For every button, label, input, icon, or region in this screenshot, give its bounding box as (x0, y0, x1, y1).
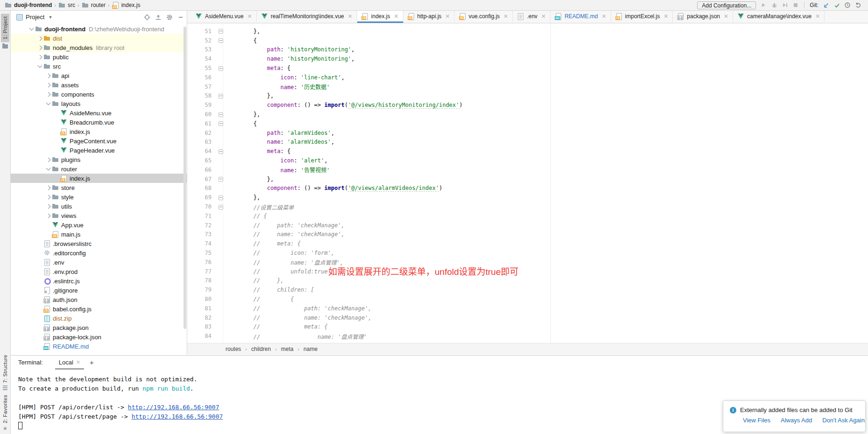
code-line-80[interactable]: 80 // { (187, 294, 868, 304)
close-icon[interactable]: ✕ (541, 13, 546, 20)
editor-breadcrumb-item[interactable]: name (303, 346, 318, 352)
tree-item-assets[interactable]: assets (11, 80, 187, 90)
fold-gutter[interactable] (215, 65, 226, 71)
chevron-expanded-icon[interactable] (29, 26, 34, 31)
code-line-54[interactable]: 54 name: 'historyMonitoring', (187, 54, 868, 63)
fold-marker-icon[interactable] (219, 94, 223, 98)
tree-item-utils[interactable]: utils (11, 202, 187, 211)
editor-breadcrumb-item[interactable]: children (251, 346, 271, 352)
tree-item-views[interactable]: views (11, 211, 187, 220)
editor-breadcrumb-item[interactable]: meta (281, 346, 294, 352)
chevron-collapsed-icon[interactable] (46, 73, 50, 78)
fold-marker-icon[interactable] (219, 112, 223, 117)
close-icon[interactable]: ✕ (445, 13, 450, 20)
terminal-link[interactable]: http://192.168.66.56:9007 (132, 413, 223, 420)
code-line-58[interactable]: 58 }, (187, 91, 868, 101)
code-line-78[interactable]: 78 // }, (187, 276, 868, 286)
git-update-icon[interactable] (823, 2, 829, 8)
chevron-collapsed-icon[interactable] (46, 204, 50, 209)
code-line-64[interactable]: 64 meta: { (187, 147, 868, 156)
tree-item-package.json[interactable]: {..}package.json (11, 323, 187, 332)
tree-item-store[interactable]: store (11, 183, 187, 192)
tree-item-public[interactable]: public (11, 52, 187, 62)
fold-marker-icon[interactable] (219, 177, 223, 182)
tree-item-nodemodules[interactable]: node_moduleslibrary root (11, 43, 187, 52)
close-icon[interactable]: ✕ (724, 13, 728, 20)
code-line-82[interactable]: 82 // name: 'checkManage', (187, 313, 868, 322)
fold-gutter[interactable] (215, 28, 226, 35)
settings-gear-icon[interactable] (166, 14, 173, 21)
code-line-62[interactable]: 62 path: 'alarmVideos', (187, 128, 868, 138)
debug-icon[interactable] (771, 2, 777, 8)
code-line-60[interactable]: 60 }, (187, 110, 868, 119)
history-icon[interactable] (844, 2, 851, 8)
fold-gutter[interactable] (215, 194, 226, 201)
tree-item-api[interactable]: api (11, 71, 187, 80)
rollback-icon[interactable] (855, 2, 861, 8)
tree-item-dist.zip[interactable]: dist.zip (11, 314, 187, 323)
tree-item-package-lock.json[interactable]: {..}package-lock.json (11, 332, 187, 342)
chevron-collapsed-icon[interactable] (46, 83, 50, 87)
code-line-75[interactable]: 75 // icon: 'form', (187, 248, 868, 258)
tree-item-plugins[interactable]: plugins (11, 155, 187, 164)
chevron-collapsed-icon[interactable] (46, 213, 50, 218)
fold-gutter[interactable] (215, 120, 226, 127)
editor-tab-readme.md[interactable]: MDREADME.md✕ (550, 11, 611, 23)
tree-item-babel.config.js[interactable]: JSbabel.config.js (11, 304, 187, 314)
terminal-tab-local[interactable]: Local ✕ (55, 356, 84, 370)
code-line-79[interactable]: 79 // children: [ (187, 285, 868, 294)
fold-marker-icon[interactable] (219, 38, 223, 43)
tree-item-index.js[interactable]: JSindex.js (11, 174, 187, 183)
chevron-collapsed-icon[interactable] (37, 45, 42, 50)
always-add-link[interactable]: Always Add (781, 417, 812, 424)
dont-ask-again-link[interactable]: Don't Ask Again (822, 417, 865, 424)
tree-item-index.js[interactable]: JSindex.js (11, 127, 187, 136)
tree-item-src[interactable]: src (11, 62, 187, 71)
tree-item-asidemenu.vue[interactable]: AsideMenu.vue (11, 108, 187, 118)
tool-window-button-structure[interactable]: 7: Structure (2, 355, 8, 390)
close-icon[interactable]: ✕ (503, 13, 508, 20)
fold-marker-icon[interactable] (219, 205, 223, 210)
close-icon[interactable]: ✕ (815, 13, 820, 20)
chevron-collapsed-icon[interactable] (46, 92, 50, 97)
tool-window-button-project[interactable]: 1: Project (1, 14, 9, 49)
fold-marker-icon[interactable] (219, 196, 223, 200)
close-icon[interactable]: ✕ (76, 359, 80, 365)
fold-marker-icon[interactable] (219, 66, 223, 71)
fold-gutter[interactable] (215, 148, 226, 154)
breadcrumb-item[interactable]: duoji-frontend (5, 1, 52, 9)
code-line-71[interactable]: 71 // { (187, 211, 868, 221)
close-icon[interactable]: ✕ (348, 13, 353, 20)
chevron-collapsed-icon[interactable] (37, 36, 42, 41)
tree-item-breadcrumb.vue[interactable]: Breadcrumb.vue (11, 118, 187, 127)
fold-marker-icon[interactable] (219, 149, 223, 154)
locate-file-icon[interactable] (144, 14, 150, 21)
code-line-68[interactable]: 68 component: () => import('@/views/alar… (187, 184, 868, 193)
code-line-77[interactable]: 77 // unfold:true (187, 267, 868, 276)
fold-gutter[interactable] (215, 37, 226, 44)
tree-item-.env.prod[interactable]: .env.prod (11, 267, 187, 276)
chevron-expanded-icon[interactable] (46, 101, 50, 105)
tree-item-.browserslistrc[interactable]: .browserslistrc (11, 239, 187, 248)
editor-breadcrumb-item[interactable]: routes (226, 346, 241, 352)
editor-tab-vue.config.js[interactable]: JSvue.config.js✕ (455, 11, 513, 23)
chevron-collapsed-icon[interactable] (46, 185, 50, 190)
chevron-expanded-icon[interactable] (37, 63, 42, 68)
chevron-collapsed-icon[interactable] (46, 195, 50, 199)
code-line-69[interactable]: 69 }, (187, 193, 868, 202)
code-line-73[interactable]: 73 // name: 'checkManage', (187, 230, 868, 239)
project-view-selector[interactable]: Project ▼ (16, 14, 52, 21)
code-line-55[interactable]: 55 meta: { (187, 63, 868, 73)
code-line-67[interactable]: 67 }, (187, 175, 868, 184)
code-line-72[interactable]: 72 // path: 'checkManage', (187, 221, 868, 230)
fold-marker-icon[interactable] (219, 29, 223, 34)
code-line-56[interactable]: 56 icon: 'line-chart', (187, 73, 868, 82)
chevron-collapsed-icon[interactable] (37, 55, 42, 59)
breadcrumb-item[interactable]: router (82, 1, 106, 9)
tree-item-pageheader.vue[interactable]: PageHeader.vue (11, 146, 187, 155)
code-line-84[interactable]: 84 // name: '盘点管理' (187, 331, 868, 341)
hide-panel-icon[interactable] (177, 14, 184, 21)
code-line-57[interactable]: 57 name: '历史数据' (187, 82, 868, 91)
fold-gutter[interactable] (215, 92, 226, 99)
view-files-link[interactable]: View Files (743, 417, 770, 424)
